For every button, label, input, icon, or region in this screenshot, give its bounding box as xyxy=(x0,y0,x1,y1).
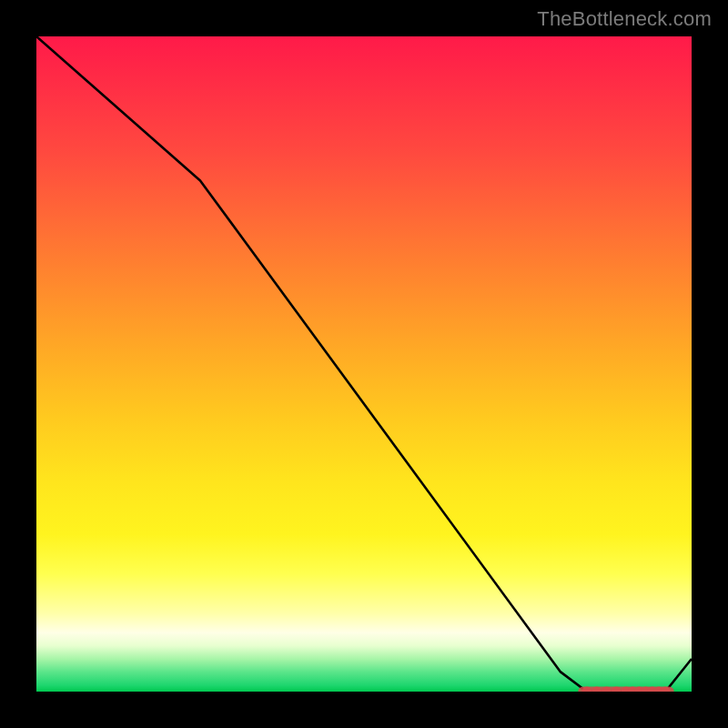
chart-svg xyxy=(36,36,692,692)
plot-area xyxy=(36,36,692,692)
optimal-range-markers xyxy=(581,687,670,693)
chart-frame: TheBottleneck.com xyxy=(0,0,728,728)
bottleneck-curve-path xyxy=(36,36,692,692)
attribution-label: TheBottleneck.com xyxy=(537,7,712,31)
bottleneck-curve xyxy=(36,36,692,692)
